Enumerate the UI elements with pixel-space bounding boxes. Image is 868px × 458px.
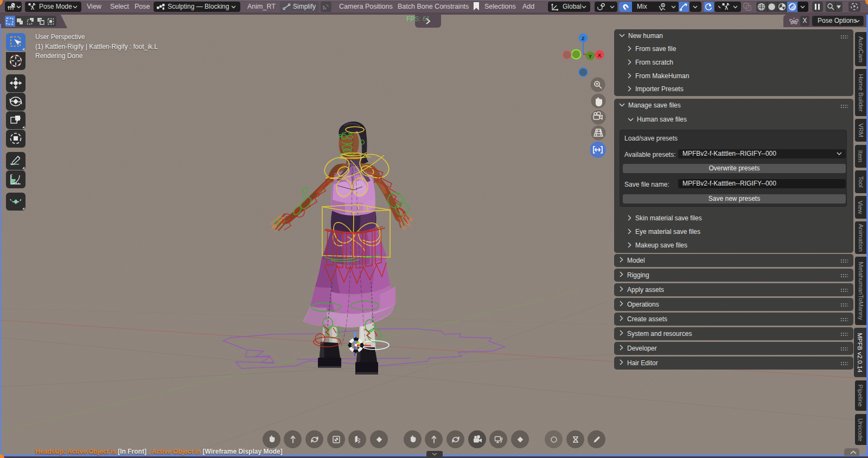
svg-text:Y: Y [589, 53, 592, 59]
svg-text:X: X [598, 52, 602, 58]
svg-text:Z: Z [582, 35, 585, 41]
